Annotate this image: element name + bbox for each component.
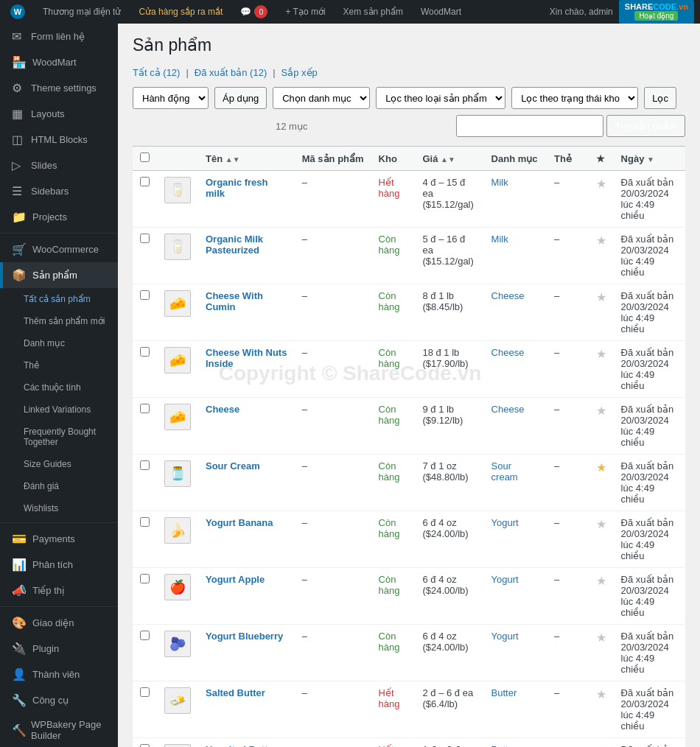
sidebar-item-woocommerce[interactable]: 🛒 WooCommerce [0, 236, 118, 262]
product-category-link[interactable]: Yogurt [491, 517, 519, 528]
bulk-action-select[interactable]: Hành động [133, 87, 209, 109]
sidebar-item-form[interactable]: ✉ Form liên hệ [0, 24, 118, 49]
sidebar-item-slides[interactable]: ▷ Slides [0, 152, 118, 178]
sidebar-item-tools[interactable]: 🔧 Công cụ [0, 687, 118, 713]
th-star: ★ [589, 147, 614, 171]
sidebar-item-attributes[interactable]: Các thuộc tính [0, 376, 118, 399]
product-type-select[interactable]: Lọc theo loại sản phẩm [376, 87, 505, 109]
stock-status-select[interactable]: Lọc theo trạng thái kho [511, 87, 638, 109]
sidebar-item-marketing[interactable]: 📣 Tiếp thị [0, 578, 118, 603]
sidebar-item-linked-variations[interactable]: Linked Variations [0, 399, 118, 421]
filter-all-link[interactable]: Tất cả (12) [133, 67, 180, 78]
product-star[interactable]: ★ [596, 404, 606, 417]
product-star[interactable]: ★ [596, 575, 606, 587]
product-star[interactable]: ★ [596, 461, 606, 474]
row-star-cell: ★ [589, 228, 614, 284]
product-category-link[interactable]: Yogurt [491, 631, 519, 642]
row-checkbox[interactable] [140, 234, 150, 243]
sidebar-item-theme[interactable]: ⚙ Theme settings [0, 75, 118, 101]
sidebar-item-wpbakery[interactable]: 🔨 WPBakery Page Builder [0, 713, 118, 747]
product-name-link[interactable]: Yogurt Banana [206, 517, 273, 528]
sidebar-item-users[interactable]: 👤 Thành viên [0, 662, 118, 687]
sidebar-item-sidebars[interactable]: ☰ Sidebars [0, 178, 118, 204]
row-checkbox[interactable] [140, 517, 150, 527]
product-name-link[interactable]: Yogurt Blueberry [206, 631, 283, 642]
product-name-link[interactable]: Organic Milk Pasteurized [206, 234, 263, 256]
sidebar-item-all-products[interactable]: Tất cả sản phẩm [0, 288, 118, 310]
select-all-checkbox[interactable] [140, 152, 150, 162]
row-checkbox[interactable] [140, 574, 150, 583]
sidebar-item-projects[interactable]: 📁 Projects [0, 204, 118, 230]
row-checkbox[interactable] [140, 744, 150, 747]
product-star[interactable]: ★ [596, 688, 606, 701]
product-category-link[interactable]: Butter [491, 687, 517, 698]
sidebar-item-layouts[interactable]: ▦ Layouts [0, 101, 118, 127]
th-price[interactable]: Giá ▲▼ [415, 147, 483, 171]
comments-bar[interactable]: 💬 0 [236, 0, 272, 24]
sidebar-item-woodmart[interactable]: 🏪 WoodMart [0, 49, 118, 75]
sidebar-item-wishlists[interactable]: Wishlists [0, 497, 118, 519]
product-star[interactable]: ★ [596, 348, 606, 360]
th-name[interactable]: Tên ▲▼ [198, 147, 295, 171]
row-sku-cell: – [295, 511, 371, 568]
sidebar-item-category[interactable]: Danh mục [0, 332, 118, 354]
row-checkbox[interactable] [140, 460, 150, 470]
apply-button[interactable]: Áp dụng [214, 87, 267, 109]
sidebar-item-tags[interactable]: Thẻ [0, 354, 118, 376]
filter-button[interactable]: Lọc [644, 87, 676, 109]
product-name-link[interactable]: Cheese [206, 404, 239, 415]
th-date[interactable]: Ngày ▼ [614, 147, 685, 171]
row-checkbox[interactable] [140, 404, 150, 413]
product-category-link[interactable]: Cheese [491, 404, 525, 415]
row-checkbox[interactable] [140, 631, 150, 640]
new-item-bar[interactable]: + Tạo mới [281, 0, 329, 24]
store-status-bar[interactable]: Cửa hàng sắp ra mắt [134, 0, 227, 24]
product-star[interactable]: ★ [596, 518, 606, 530]
product-category-link[interactable]: Cheese [491, 290, 525, 301]
sidebar-item-html[interactable]: ◫ HTML Blocks [0, 127, 118, 152]
product-category-link[interactable]: Butter [491, 744, 517, 747]
table-row: 🍎 Yogurt Apple – Còn hàng 6 đ 4 oz ($24.… [133, 568, 685, 625]
product-name-link[interactable]: Cheese With Cumin [206, 290, 263, 312]
row-checkbox[interactable] [140, 687, 150, 697]
product-name-link[interactable]: Salted Butter [206, 687, 265, 698]
sidebar-item-products[interactable]: 📦 Sản phẩm [0, 262, 118, 288]
product-tag: – [554, 574, 559, 585]
product-name-link[interactable]: Sour Cream [206, 460, 260, 471]
product-category-link[interactable]: Sour cream [491, 460, 518, 483]
wp-logo[interactable]: W [6, 0, 29, 24]
sidebar-item-frequently-bought[interactable]: Frequently Bought Together [0, 421, 118, 453]
sidebar-item-payments[interactable]: 💳 Payments [0, 526, 118, 552]
sidebar-item-analytics[interactable]: 📊 Phân tích [0, 552, 118, 578]
sidebar-item-add-product[interactable]: Thêm sản phẩm mới [0, 310, 118, 332]
woodmart-bar[interactable]: WoodMart [416, 0, 466, 24]
sidebar-item-reviews[interactable]: Đánh giá [0, 475, 118, 497]
product-category-link[interactable]: Cheese [491, 347, 525, 358]
sidebar-item-size-guides[interactable]: Size Guides [0, 453, 118, 475]
product-name-link[interactable]: Yogurt Apple [206, 574, 265, 585]
product-name-link[interactable]: Organic fresh milk [206, 177, 268, 199]
product-sku: – [302, 687, 307, 698]
product-star[interactable]: ★ [596, 178, 606, 190]
sidebar-label-theme: Theme settings [31, 83, 97, 94]
filter-published-link[interactable]: Đã xuất bản (12) [195, 67, 267, 78]
sidebar-item-plugins[interactable]: 🔌 Plugin [0, 636, 118, 662]
site-name-bar[interactable]: Thương mại điện tử [38, 0, 125, 24]
product-category-link[interactable]: Milk [491, 234, 508, 245]
category-select[interactable]: Chọn danh mục [273, 87, 370, 109]
sidebar-item-appearance[interactable]: 🎨 Giao diện [0, 610, 118, 636]
row-checkbox[interactable] [140, 347, 150, 357]
row-checkbox[interactable] [140, 290, 150, 300]
product-star[interactable]: ★ [596, 234, 606, 247]
row-checkbox[interactable] [140, 177, 150, 186]
product-name-link[interactable]: Unsalted Butter [206, 744, 277, 747]
product-category-link[interactable]: Milk [491, 177, 508, 188]
filter-sort-link[interactable]: Sắp xếp [281, 67, 318, 78]
view-product-bar[interactable]: Xem sản phẩm [339, 0, 407, 24]
search-input[interactable] [456, 115, 603, 137]
product-category-link[interactable]: Yogurt [491, 574, 519, 585]
product-star[interactable]: ★ [596, 631, 606, 644]
product-star[interactable]: ★ [596, 291, 606, 304]
search-button[interactable]: Tìm sản phẩm [606, 115, 685, 137]
product-name-link[interactable]: Cheese With Nuts Inside [206, 347, 287, 369]
